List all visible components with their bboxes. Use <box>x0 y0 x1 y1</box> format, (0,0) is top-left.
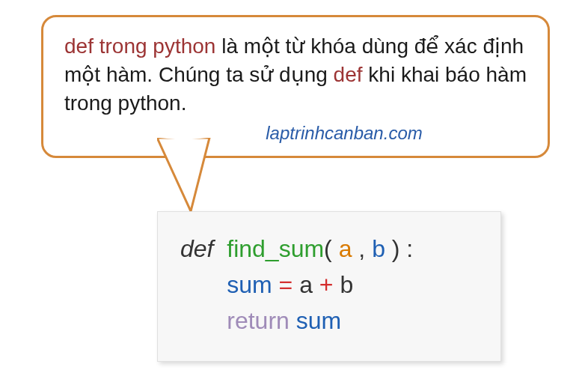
equals-op: = <box>279 271 293 298</box>
var-a: a <box>299 271 313 298</box>
return-keyword: return <box>227 307 290 334</box>
plus-op: + <box>319 271 334 298</box>
code-line-3: return sum <box>180 303 478 339</box>
code-line-2: sum = a + b <box>180 267 478 303</box>
keyword-highlight-2: def <box>334 63 363 86</box>
return-var: sum <box>296 307 341 334</box>
colon: : <box>406 235 413 262</box>
var-b: b <box>340 271 353 298</box>
code-example-box: def find_sum( a , b ) : sum = a + b retu… <box>157 211 501 362</box>
param-b: b <box>372 235 385 262</box>
keyword-highlight-1: def trong python <box>64 34 215 58</box>
explanation-text: def trong python là một từ khóa dùng để … <box>64 32 527 117</box>
close-paren: ) <box>392 235 400 262</box>
function-name: find_sum <box>227 235 324 262</box>
var-sum: sum <box>227 271 272 298</box>
param-a: a <box>339 235 352 262</box>
comma: , <box>358 235 365 262</box>
open-paren: ( <box>324 235 332 262</box>
svg-marker-0 <box>157 138 209 211</box>
def-keyword: def <box>180 235 220 262</box>
code-line-1: def find_sum( a , b ) : <box>180 231 478 267</box>
speech-bubble: def trong python là một từ khóa dùng để … <box>41 15 550 158</box>
